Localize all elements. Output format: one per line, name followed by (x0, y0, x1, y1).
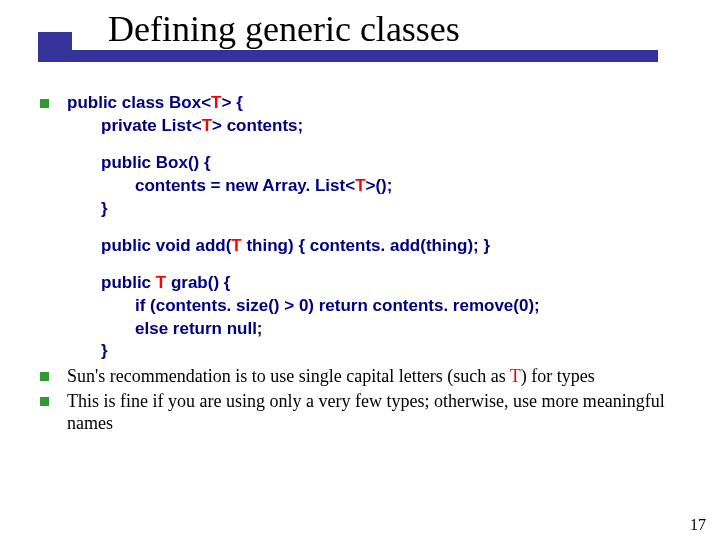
code-type-param: T (231, 236, 241, 255)
code-line: contents = new Array. List< (135, 176, 355, 195)
slide-title: Defining generic classes (108, 8, 460, 50)
code-line: >(); (366, 176, 393, 195)
code-type-param: T (202, 116, 212, 135)
code-line: if (contents. size() > 0) return content… (135, 296, 540, 315)
code-type-param: T (156, 273, 166, 292)
code-line: public Box() { (101, 153, 211, 172)
slide-content: public class Box<T> { private List<T> co… (40, 92, 680, 437)
bullet-text: Sun's recommendation is to use single ca… (67, 365, 680, 388)
bullet-icon (40, 99, 49, 108)
code-line: > contents; (212, 116, 303, 135)
code-line: public class Box< (67, 93, 211, 112)
title-accent-bar (38, 50, 658, 62)
code-line: grab() { (166, 273, 230, 292)
bullet-icon (40, 397, 49, 406)
bullet-text: This is fine if you are using only a ver… (67, 390, 680, 435)
code-line: public void add( (101, 236, 231, 255)
code-line: private List< (101, 116, 202, 135)
code-line: else return null; (135, 319, 263, 338)
bullet-code: public class Box<T> { private List<T> co… (40, 92, 680, 363)
slide: Defining generic classes public class Bo… (0, 0, 720, 540)
bullet-advice: This is fine if you are using only a ver… (40, 390, 680, 435)
code-line: } (101, 341, 108, 360)
code-block: public class Box<T> { private List<T> co… (67, 92, 680, 363)
code-line: public (101, 273, 156, 292)
code-line: > { (221, 93, 242, 112)
bullet-icon (40, 372, 49, 381)
code-type-param: T (211, 93, 221, 112)
text-span: ) for types (521, 366, 595, 386)
page-number: 17 (690, 516, 706, 534)
text-type-letter: T (510, 366, 521, 386)
code-type-param: T (355, 176, 365, 195)
bullet-recommendation: Sun's recommendation is to use single ca… (40, 365, 680, 388)
code-line: thing) { contents. add(thing); } (242, 236, 490, 255)
code-line: } (101, 199, 108, 218)
text-span: Sun's recommendation is to use single ca… (67, 366, 510, 386)
title-accent-notch (38, 32, 72, 50)
